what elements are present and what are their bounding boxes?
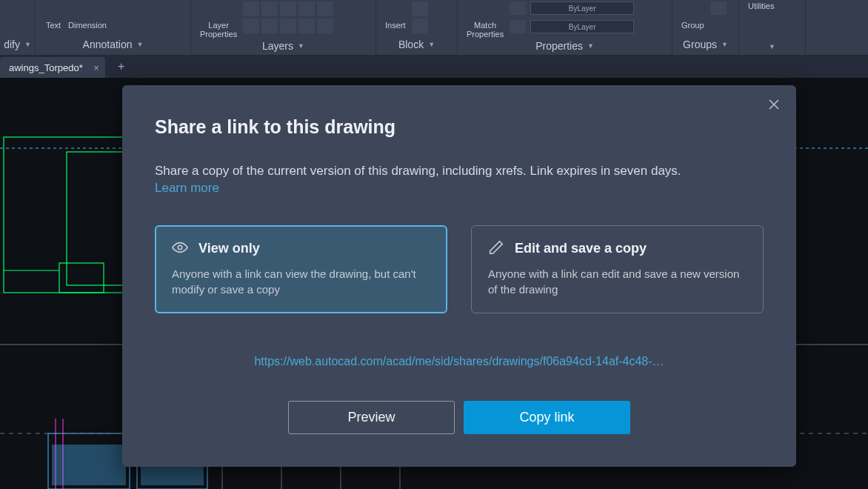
copy-link-button[interactable]: Copy link	[464, 401, 630, 434]
match-icon	[476, 1, 494, 19]
pencil-icon	[488, 239, 504, 259]
block-tool-icon[interactable]	[412, 1, 428, 16]
share-options: View only Anyone with a link can view th…	[155, 225, 764, 314]
ribbon-group-utilities: Utilities ▼	[739, 0, 806, 55]
ribbon-group-layers: Layer Properties Layers▼	[191, 0, 376, 55]
ribbon-label-annotation[interactable]: Annotation▼	[36, 36, 190, 55]
ribbon-label-groups[interactable]: Groups▼	[672, 36, 738, 55]
close-icon	[768, 99, 780, 110]
group-tool-icon[interactable]	[710, 1, 727, 15]
svg-rect-16	[52, 445, 126, 485]
ribbon-group-block: Insert Block▼	[376, 0, 458, 55]
ribbon-item-label: Utilities	[748, 1, 774, 10]
option-title: Edit and save a copy	[515, 241, 647, 256]
ribbon-item-label: Text	[46, 21, 61, 30]
layer-tool-icon[interactable]	[298, 1, 315, 16]
ribbon-group-groups: Group Groups▼	[672, 0, 739, 55]
ribbon: dify▼ Text Dimension Annotation▼ Layer P…	[0, 0, 868, 56]
ribbon-label-modify[interactable]: dify▼	[0, 36, 35, 55]
bylayer-dropdown[interactable]: ByLayer	[530, 1, 634, 15]
layer-tool-icon[interactable]	[261, 1, 278, 16]
dialog-description: Share a copy of the current version of t…	[155, 162, 764, 181]
dimension-icon	[79, 1, 96, 19]
layer-tool-icon[interactable]	[243, 1, 259, 16]
layer-tool-icon[interactable]	[317, 19, 333, 33]
block-tool-icon[interactable]	[412, 19, 428, 33]
tabbar: awings_Torpedo* × +	[0, 56, 868, 78]
ribbon-label-properties[interactable]: Properties▼	[458, 37, 672, 56]
ribbon-label-layers[interactable]: Layers▼	[191, 37, 375, 56]
group-icon	[684, 1, 701, 19]
share-url[interactable]: https://web.autocad.com/acad/me/sid/shar…	[155, 355, 764, 368]
layer-tool-icon[interactable]	[317, 1, 333, 16]
dialog-title: Share a link to this drawing	[155, 116, 764, 138]
ribbon-item-label: Match Properties	[467, 21, 504, 39]
bylayer-dropdown[interactable]: ByLayer	[530, 20, 634, 33]
eye-icon	[172, 239, 188, 259]
ribbon-item-label: Dimension	[68, 21, 107, 30]
ribbon-item-label: Insert	[385, 21, 406, 30]
close-icon[interactable]: ×	[93, 62, 99, 73]
ribbon-item-match-properties[interactable]: Match Properties	[467, 1, 504, 39]
ribbon-item-utilities[interactable]: Utilities	[748, 1, 774, 10]
svg-rect-3	[59, 263, 104, 293]
ribbon-item-text[interactable]: Text	[44, 1, 62, 30]
ribbon-item-layer-properties[interactable]: Layer Properties	[200, 1, 237, 39]
ribbon-item-label: Layer Properties	[200, 21, 237, 39]
ribbon-label-utilities[interactable]: ▼	[739, 40, 805, 55]
ribbon-item-insert[interactable]: Insert	[385, 1, 406, 30]
option-view-only[interactable]: View only Anyone with a link can view th…	[155, 225, 447, 314]
document-tab[interactable]: awings_Torpedo* ×	[0, 57, 105, 78]
option-title: View only	[198, 241, 260, 256]
option-edit-copy[interactable]: Edit and save a copy Anyone with a link …	[471, 225, 764, 314]
share-dialog: Share a link to this drawing Share a cop…	[122, 85, 796, 467]
layers-icon	[210, 1, 227, 19]
text-icon	[44, 1, 62, 19]
ribbon-group-annotation: Text Dimension Annotation▼	[36, 0, 191, 55]
layer-tool-icon[interactable]	[280, 19, 296, 33]
ribbon-item-label: Group	[681, 21, 704, 30]
layer-tools	[243, 1, 333, 33]
svg-point-18	[178, 245, 182, 250]
dialog-buttons: Preview Copy link	[155, 401, 764, 434]
close-button[interactable]	[768, 99, 780, 114]
add-tab-button[interactable]: +	[113, 58, 130, 76]
lineweight-icon[interactable]	[510, 20, 526, 33]
color-swatch-icon[interactable]	[510, 1, 526, 15]
ribbon-label-block[interactable]: Block▼	[376, 36, 457, 55]
option-desc: Anyone with a link can edit and save a n…	[488, 266, 747, 299]
preview-button[interactable]: Preview	[288, 401, 455, 434]
ribbon-item-dimension[interactable]: Dimension	[68, 1, 107, 30]
layer-tool-icon[interactable]	[243, 19, 259, 33]
ribbon-group-properties: Match Properties ByLayer ByLayer Propert…	[458, 0, 672, 55]
layer-tool-icon[interactable]	[298, 19, 315, 33]
ribbon-group-modify: dify▼	[0, 0, 36, 55]
layer-tool-icon[interactable]	[280, 1, 296, 16]
insert-icon	[387, 1, 404, 19]
tab-label: awings_Torpedo*	[9, 62, 83, 73]
layer-tool-icon[interactable]	[261, 19, 278, 33]
learn-more-link[interactable]: Learn more	[155, 181, 219, 196]
option-desc: Anyone with a link can view the drawing,…	[172, 266, 430, 299]
ribbon-item-group[interactable]: Group	[681, 1, 704, 30]
